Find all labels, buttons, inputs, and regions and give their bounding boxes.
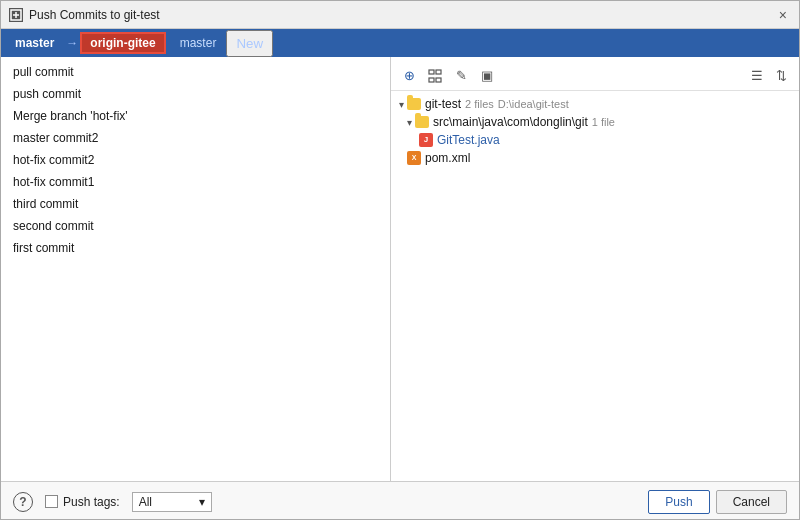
root-path: D:\idea\git-test — [498, 98, 569, 110]
src-chevron: ▾ — [407, 117, 412, 128]
commit-item[interactable]: Merge branch 'hot-fix' — [1, 105, 390, 127]
footer: ? Push tags: All ▾ Push Cancel — [1, 481, 799, 520]
structure-icon[interactable] — [425, 66, 445, 86]
toolbar-right: ☰ ⇅ — [747, 66, 791, 86]
dropdown-value: All — [139, 495, 152, 509]
svg-rect-5 — [429, 78, 434, 82]
commit-item[interactable]: first commit — [1, 237, 390, 259]
close-button[interactable]: × — [775, 5, 791, 25]
save-icon[interactable]: ▣ — [477, 66, 497, 86]
commit-item[interactable]: pull commit — [1, 61, 390, 83]
commit-item[interactable]: master commit2 — [1, 127, 390, 149]
tab-master-remote[interactable]: master — [170, 32, 227, 54]
src-folder-name: src\main\java\com\donglin\git — [433, 115, 588, 129]
options-icon[interactable]: ⇅ — [771, 66, 791, 86]
cancel-button[interactable]: Cancel — [716, 490, 787, 514]
tree-java-file[interactable]: J GitTest.java — [391, 131, 799, 149]
files-toolbar: ⊕ ✎ ▣ ☰ ⇅ — [391, 61, 799, 91]
java-file-name[interactable]: GitTest.java — [437, 133, 500, 147]
root-meta: 2 files — [465, 98, 494, 110]
tab-arrow: → — [66, 36, 78, 50]
help-button[interactable]: ? — [13, 492, 33, 512]
edit-icon[interactable]: ✎ — [451, 66, 471, 86]
commit-item[interactable]: third commit — [1, 193, 390, 215]
tab-new[interactable]: New — [226, 30, 273, 57]
root-name: git-test — [425, 97, 461, 111]
dropdown-arrow: ▾ — [199, 495, 205, 509]
commit-item[interactable]: push commit — [1, 83, 390, 105]
toolbar-left: ⊕ ✎ ▣ — [399, 66, 497, 86]
xml-file-icon: X — [407, 151, 421, 165]
svg-rect-6 — [436, 78, 441, 82]
app-icon — [9, 8, 23, 22]
file-tree: ▾ git-test 2 files D:\idea\git-test ▾ sr… — [391, 91, 799, 171]
sort-icon[interactable]: ☰ — [747, 66, 767, 86]
tree-root[interactable]: ▾ git-test 2 files D:\idea\git-test — [391, 95, 799, 113]
title-bar-left: Push Commits to git-test — [9, 8, 160, 22]
expand-icon[interactable]: ⊕ — [399, 66, 419, 86]
title-bar: Push Commits to git-test × — [1, 1, 799, 29]
push-button[interactable]: Push — [648, 490, 709, 514]
main-content: pull commit push commit Merge branch 'ho… — [1, 57, 799, 481]
tab-bar: master → origin-gitee master New — [1, 29, 799, 57]
svg-rect-4 — [436, 70, 441, 74]
tree-xml-file[interactable]: X pom.xml — [391, 149, 799, 167]
window-title: Push Commits to git-test — [29, 8, 160, 22]
push-tags-label: Push tags: — [63, 495, 120, 509]
src-meta: 1 file — [592, 116, 615, 128]
xml-file-name[interactable]: pom.xml — [425, 151, 470, 165]
tab-master-local[interactable]: master — [5, 32, 64, 54]
tags-dropdown[interactable]: All ▾ — [132, 492, 212, 512]
tree-src-folder[interactable]: ▾ src\main\java\com\donglin\git 1 file — [391, 113, 799, 131]
commit-item[interactable]: hot-fix commit2 — [1, 149, 390, 171]
files-panel: ⊕ ✎ ▣ ☰ ⇅ ▾ — [391, 57, 799, 481]
footer-buttons: Push Cancel — [648, 490, 787, 514]
commit-item[interactable]: second commit — [1, 215, 390, 237]
push-tags-container: Push tags: — [45, 495, 120, 509]
svg-rect-3 — [429, 70, 434, 74]
root-chevron: ▾ — [399, 99, 404, 110]
push-tags-checkbox[interactable] — [45, 495, 58, 508]
commits-panel: pull commit push commit Merge branch 'ho… — [1, 57, 391, 481]
java-file-icon: J — [419, 133, 433, 147]
root-folder-icon — [407, 98, 421, 110]
tab-origin-gitee[interactable]: origin-gitee — [80, 32, 165, 54]
commit-item[interactable]: hot-fix commit1 — [1, 171, 390, 193]
src-folder-icon — [415, 116, 429, 128]
